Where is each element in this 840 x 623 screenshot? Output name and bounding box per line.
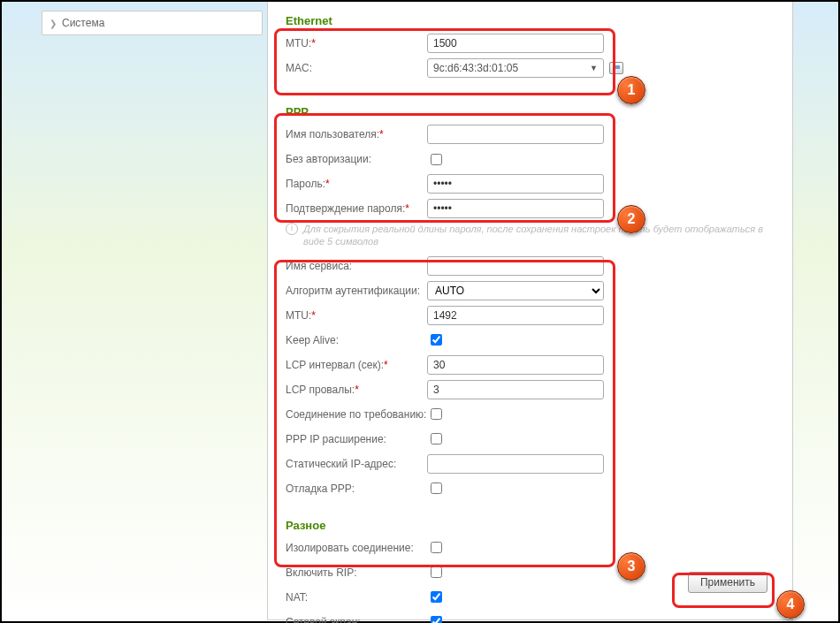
ppp-keepalive-label: Keep Alive: bbox=[286, 334, 339, 346]
ppp-noauth-checkbox[interactable] bbox=[431, 154, 442, 165]
sidebar-item-label: Система bbox=[62, 17, 104, 29]
annotation-badge-2: 2 bbox=[617, 205, 645, 233]
ppp-keepalive-checkbox[interactable] bbox=[431, 334, 442, 346]
ppp-algo-select[interactable]: AUTO bbox=[427, 281, 604, 300]
ppp-lcpfail-label: LCP провалы: bbox=[286, 384, 355, 396]
ppp-user-input[interactable] bbox=[427, 125, 604, 144]
ppp-user-label: Имя пользователя: bbox=[286, 128, 379, 141]
ethernet-mtu-input[interactable] bbox=[427, 34, 604, 53]
section-title-ppp: PPP bbox=[286, 105, 775, 118]
monitor-icon[interactable] bbox=[609, 62, 623, 74]
password-hint: i Для сокрытия реальной длины пароля, по… bbox=[286, 223, 775, 248]
ppp-ipext-checkbox[interactable] bbox=[431, 433, 442, 444]
annotation-badge-4: 4 bbox=[776, 590, 805, 619]
annotation-badge-1: 1 bbox=[617, 76, 645, 104]
section-title-misc: Разное bbox=[286, 519, 775, 532]
ppp-service-label: Имя сервиса: bbox=[286, 260, 352, 272]
misc-isolate-label: Изолировать соединение: bbox=[286, 542, 414, 554]
ppp-algo-label: Алгоритм аутентификации: bbox=[286, 285, 420, 297]
ethernet-mac-label: MAC: bbox=[286, 62, 312, 74]
ppp-pass2-label: Подтверждение пароля: bbox=[286, 202, 405, 215]
ppp-static-input[interactable] bbox=[427, 454, 604, 474]
misc-isolate-checkbox[interactable] bbox=[431, 542, 442, 553]
apply-button[interactable]: Применить bbox=[688, 572, 767, 593]
misc-fw-label: Сетевой экран: bbox=[286, 616, 361, 623]
section-title-ethernet: Ethernet bbox=[286, 14, 775, 27]
ppp-ipext-label: PPP IP расширение: bbox=[286, 433, 386, 445]
ppp-ondemand-checkbox[interactable] bbox=[431, 408, 442, 420]
ppp-debug-checkbox[interactable] bbox=[431, 482, 442, 494]
info-icon: i bbox=[286, 223, 298, 235]
chevron-right-icon: ❯ bbox=[50, 19, 57, 28]
ppp-lcpfail-input[interactable] bbox=[427, 380, 604, 399]
misc-fw-checkbox[interactable] bbox=[431, 616, 442, 623]
ethernet-mtu-label: MTU: bbox=[286, 37, 311, 49]
ppp-pass2-input[interactable] bbox=[427, 199, 604, 218]
ppp-ondemand-label: Соединение по требованию: bbox=[286, 408, 426, 421]
ppp-mtu-input[interactable] bbox=[427, 306, 604, 325]
sidebar: ❯ Система bbox=[42, 11, 263, 35]
ppp-pass-label: Пароль: bbox=[286, 178, 325, 190]
ppp-noauth-label: Без авторизации: bbox=[286, 153, 371, 165]
misc-nat-label: NAT: bbox=[286, 591, 308, 604]
ppp-static-label: Статический IP-адрес: bbox=[286, 458, 396, 470]
sidebar-item-system[interactable]: ❯ Система bbox=[50, 15, 255, 31]
ppp-mtu-label: MTU: bbox=[286, 309, 311, 322]
required-marker: * bbox=[311, 37, 316, 49]
ppp-pass-input[interactable] bbox=[427, 174, 604, 194]
annotation-badge-3: 3 bbox=[617, 552, 645, 581]
ppp-lcpint-input[interactable] bbox=[427, 355, 604, 375]
ppp-debug-label: Отладка PPP: bbox=[286, 482, 355, 495]
misc-rip-label: Включить RIP: bbox=[286, 566, 357, 579]
main-panel: Ethernet MTU:* MAC: 9c:d6:43:3d:01:05 PP… bbox=[267, 2, 793, 620]
ethernet-mac-select[interactable]: 9c:d6:43:3d:01:05 bbox=[427, 58, 604, 78]
misc-nat-checkbox[interactable] bbox=[431, 591, 442, 603]
ppp-service-input[interactable] bbox=[427, 256, 604, 276]
ppp-lcpint-label: LCP интервал (сек): bbox=[286, 359, 384, 371]
misc-rip-checkbox[interactable] bbox=[431, 566, 442, 578]
